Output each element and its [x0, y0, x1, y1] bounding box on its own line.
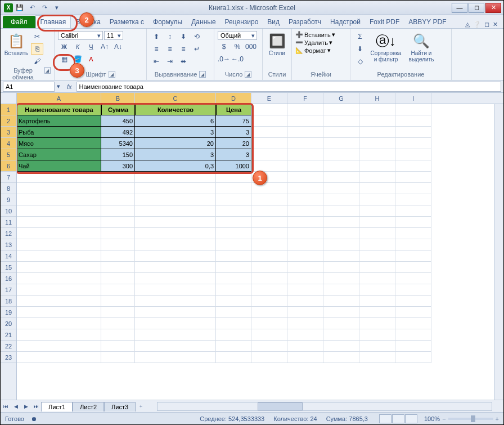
cell[interactable]	[287, 127, 323, 138]
fx-icon[interactable]: fx	[62, 83, 76, 90]
cell[interactable]	[101, 262, 135, 273]
cell[interactable]: Чай	[17, 160, 101, 172]
cell[interactable]	[216, 205, 251, 217]
row-header-16[interactable]: 16	[1, 273, 16, 284]
cell[interactable]	[395, 307, 431, 318]
cell[interactable]	[135, 273, 216, 284]
col-header-C[interactable]: C	[135, 93, 216, 104]
increase-decimal-button[interactable]: .0→	[218, 53, 230, 65]
row-header-14[interactable]: 14	[1, 250, 16, 262]
cell[interactable]	[251, 262, 287, 273]
cell[interactable]	[287, 183, 323, 194]
col-header-H[interactable]: H	[359, 93, 395, 104]
cell[interactable]	[287, 239, 323, 250]
font-launcher[interactable]: ◢	[109, 71, 115, 78]
cell[interactable]	[251, 127, 287, 138]
cell[interactable]	[323, 194, 359, 205]
cell[interactable]	[287, 115, 323, 127]
cell[interactable]: 450	[101, 115, 135, 127]
cell[interactable]: 1000	[216, 160, 251, 172]
cell[interactable]	[323, 217, 359, 228]
row-header-19[interactable]: 19	[1, 307, 16, 318]
col-header-F[interactable]: F	[287, 93, 323, 104]
cell[interactable]	[251, 284, 287, 296]
zoom-out-button[interactable]: −	[442, 415, 446, 422]
tab-addins[interactable]: Надстрой	[326, 16, 365, 28]
cell[interactable]	[323, 127, 359, 138]
col-header-G[interactable]: G	[323, 93, 359, 104]
fill-button[interactable]: ⬇	[354, 43, 366, 55]
cell[interactable]	[216, 296, 251, 307]
cell[interactable]	[216, 352, 251, 363]
cell[interactable]	[17, 307, 101, 318]
row-header-6[interactable]: 6	[1, 160, 16, 172]
cell[interactable]	[251, 352, 287, 363]
wrap-text-button[interactable]: ↵	[191, 43, 203, 55]
cell[interactable]	[251, 329, 287, 341]
cell[interactable]	[323, 149, 359, 160]
format-cells-button[interactable]: 📐 Формат ▾	[295, 47, 331, 54]
redo-icon[interactable]: ↷	[39, 2, 50, 14]
tab-dev[interactable]: Разработч	[284, 16, 326, 28]
cell[interactable]	[395, 104, 431, 115]
cell[interactable]	[251, 194, 287, 205]
macro-record-icon[interactable]: ⏺	[31, 415, 37, 422]
row-header-5[interactable]: 5	[1, 149, 16, 160]
row-header-18[interactable]: 18	[1, 296, 16, 307]
zoom-in-button[interactable]: +	[496, 415, 499, 422]
number-format-select[interactable]: Общий	[218, 31, 257, 40]
col-header-I[interactable]: I	[395, 93, 431, 104]
tab-home[interactable]: Главная	[35, 15, 71, 28]
cell[interactable]	[395, 149, 431, 160]
cell[interactable]	[359, 352, 395, 363]
cell[interactable]	[251, 160, 287, 172]
cell[interactable]	[395, 228, 431, 239]
cell[interactable]	[287, 172, 323, 183]
row-header-17[interactable]: 17	[1, 284, 16, 296]
cell[interactable]	[395, 160, 431, 172]
cell[interactable]	[359, 250, 395, 262]
cell[interactable]	[395, 115, 431, 127]
row-header-9[interactable]: 9	[1, 194, 16, 205]
cell[interactable]	[323, 138, 359, 149]
cell[interactable]: Сумма	[101, 104, 135, 115]
border-button[interactable]: ▦	[58, 53, 70, 65]
cell[interactable]	[251, 138, 287, 149]
tab-formulas[interactable]: Формулы	[148, 16, 187, 28]
cell[interactable]	[216, 273, 251, 284]
cell[interactable]	[135, 329, 216, 341]
cell[interactable]	[359, 228, 395, 239]
cell[interactable]	[101, 273, 135, 284]
number-launcher[interactable]: ◢	[245, 71, 251, 78]
cell[interactable]	[395, 284, 431, 296]
cell[interactable]	[251, 341, 287, 352]
cell[interactable]: Сахар	[17, 149, 101, 160]
cell[interactable]	[101, 352, 135, 363]
cell[interactable]	[135, 352, 216, 363]
cell[interactable]	[101, 296, 135, 307]
align-right-button[interactable]: ≡	[177, 43, 190, 55]
cell[interactable]: Наименование товара	[17, 104, 101, 115]
formula-input[interactable]: Наименование товара	[76, 82, 501, 92]
cell[interactable]: 0,3	[135, 160, 216, 172]
cell[interactable]	[359, 115, 395, 127]
namebox-dropdown-icon[interactable]: ▾	[55, 83, 62, 90]
cell[interactable]	[251, 296, 287, 307]
cell[interactable]	[323, 115, 359, 127]
cell[interactable]	[323, 104, 359, 115]
cell[interactable]	[395, 138, 431, 149]
cell[interactable]	[251, 217, 287, 228]
cell[interactable]: Рыба	[17, 127, 101, 138]
minimize-ribbon-icon[interactable]: ◬	[465, 21, 470, 28]
cell[interactable]	[251, 115, 287, 127]
increase-indent-button[interactable]: ⇥	[164, 56, 176, 67]
cell[interactable]	[101, 318, 135, 329]
italic-button[interactable]: К	[71, 41, 84, 52]
row-header-4[interactable]: 4	[1, 138, 16, 149]
cell[interactable]	[216, 239, 251, 250]
cell[interactable]	[251, 307, 287, 318]
cell[interactable]	[135, 228, 216, 239]
cell[interactable]	[17, 183, 101, 194]
cell[interactable]	[287, 318, 323, 329]
cell[interactable]	[287, 273, 323, 284]
